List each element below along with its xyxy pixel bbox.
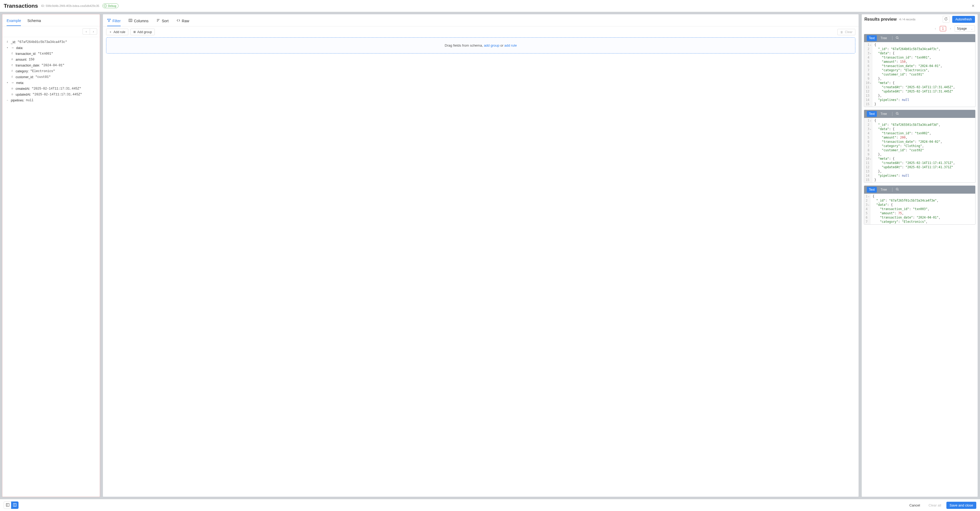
svg-line-7 xyxy=(898,38,899,39)
result-card: TextTree1234567{ "_id": "67af265f01c5b73… xyxy=(864,185,975,225)
divider xyxy=(892,112,892,116)
tab-filter[interactable]: Filter xyxy=(107,16,121,26)
line-gutter: 123456789101112131415 xyxy=(864,42,872,107)
tree-value: "Electronics" xyxy=(30,68,55,74)
trash-icon: 🗑 xyxy=(840,30,843,34)
save-button[interactable]: Save and close xyxy=(947,502,976,509)
page-current[interactable]: 1 xyxy=(940,26,947,31)
autorefresh-button[interactable]: Autorefresh xyxy=(952,16,975,23)
caret-down-icon[interactable]: ▾ xyxy=(6,80,9,86)
results-header: Results preview 4 / 4 records Autorefres… xyxy=(862,14,978,24)
layout-split-button[interactable] xyxy=(11,501,19,509)
add-rule-button[interactable]: ＋Add rule xyxy=(106,29,128,35)
tab-example[interactable]: Example xyxy=(6,16,21,26)
tree-key: data xyxy=(16,45,23,51)
view-tab-text[interactable]: Text xyxy=(867,111,877,117)
middle-tabs: Filter Columns Sort Raw xyxy=(103,16,859,27)
view-tab-text[interactable]: Text xyxy=(867,35,877,41)
tree-row[interactable]: t category "Electronics" xyxy=(6,68,97,74)
type-clock-icon: ◷ xyxy=(10,86,14,92)
plus-icon: ＋ xyxy=(109,30,112,34)
tree-value: "2025-02-14T11:17:31.445Z" xyxy=(33,92,82,97)
type-object-icon: ▭ xyxy=(11,80,14,86)
page-title: Transactions xyxy=(4,3,38,9)
filter-dropzone[interactable]: Drag fields from schema, add group or ad… xyxy=(106,37,855,54)
layout-split-icon xyxy=(13,503,17,508)
caret-down-icon[interactable]: ▾ xyxy=(6,45,9,51)
tree-value: "cust01" xyxy=(35,74,51,80)
dropzone-text: Drag fields from schema, xyxy=(445,43,484,48)
line-gutter: 1234567 xyxy=(864,194,870,224)
layout-single-button[interactable] xyxy=(4,501,11,509)
tree-row[interactable]: – pipelines null xyxy=(6,97,97,103)
add-group-button[interactable]: ⊞Add group xyxy=(130,29,155,35)
view-tab-tree[interactable]: Tree xyxy=(878,35,889,41)
type-number-icon: n xyxy=(10,57,14,62)
type-text-icon: t xyxy=(10,62,14,68)
tree-row[interactable]: ▾ ▭ meta xyxy=(6,80,97,86)
svg-point-10 xyxy=(896,188,898,190)
tree-key: createdAt xyxy=(16,86,30,92)
refresh-button[interactable] xyxy=(943,16,950,23)
code-content[interactable]: { "_id": "67af265501c5b73a34ca4f3d", "da… xyxy=(872,118,957,182)
search-icon[interactable] xyxy=(896,188,899,192)
example-prev-button[interactable]: ‹ xyxy=(83,28,90,35)
add-rule-link[interactable]: add rule xyxy=(504,43,517,48)
divider xyxy=(892,188,892,192)
svg-point-8 xyxy=(896,112,898,114)
results-title: Results preview xyxy=(864,17,897,22)
cancel-button[interactable]: Cancel xyxy=(906,502,923,509)
code-icon xyxy=(177,19,180,23)
clear-button[interactable]: 🗑Clear xyxy=(837,29,855,35)
tab-raw[interactable]: Raw xyxy=(177,16,189,26)
clear-all-button[interactable]: Clear all xyxy=(925,502,944,509)
tab-schema[interactable]: Schema xyxy=(27,16,41,26)
left-tabs: Example Schema xyxy=(2,16,100,26)
add-group-link[interactable]: add group xyxy=(484,43,500,48)
search-icon[interactable] xyxy=(896,36,899,40)
tree-row[interactable]: n amount 150 xyxy=(6,57,97,62)
code-content[interactable]: { "_id": "67af264b01c5b73a34ca4f3c", "da… xyxy=(872,42,957,107)
tree-row[interactable]: t customer_id "cust01" xyxy=(6,74,97,80)
tab-columns[interactable]: Columns xyxy=(129,16,148,26)
view-tab-text[interactable]: Text xyxy=(867,187,877,193)
tree-row[interactable]: t transaction_id "txn001" xyxy=(6,51,97,57)
tree-key: customer_id xyxy=(16,74,34,80)
type-text-icon: t xyxy=(10,68,14,74)
tree-key: meta xyxy=(16,80,24,86)
example-next-button[interactable]: › xyxy=(90,28,97,35)
result-card-head: TextTree xyxy=(864,186,975,194)
result-card: TextTree123456789101112131415{ "_id": "6… xyxy=(864,110,975,183)
search-icon[interactable] xyxy=(896,112,899,116)
tree-value: "2025-02-14T11:17:31.445Z" xyxy=(32,86,81,92)
middle-panel: Filter Columns Sort Raw xyxy=(103,14,859,497)
page-next-button[interactable]: › xyxy=(949,26,952,32)
divider xyxy=(892,36,892,40)
code-content[interactable]: { "_id": "67af265f01c5b73a34ca4f3e", "da… xyxy=(870,194,942,224)
svg-point-6 xyxy=(896,37,898,38)
tree-row[interactable]: ▾ ▭ data xyxy=(6,45,97,51)
page-size-select[interactable]: 5/page xyxy=(955,26,975,32)
result-card-head: TextTree xyxy=(864,34,975,42)
page-prev-button[interactable]: ‹ xyxy=(934,26,937,32)
type-null-icon: – xyxy=(6,97,9,103)
svg-line-9 xyxy=(898,114,899,115)
footer: Cancel Clear all Save and close xyxy=(0,499,980,511)
close-icon[interactable]: ✕ xyxy=(970,3,976,8)
tab-sort[interactable]: Sort xyxy=(156,16,169,26)
columns-icon xyxy=(129,19,132,23)
tree-row[interactable]: t transaction_date "2024-04-01" xyxy=(6,62,97,68)
entity-id: ID: 598c9d4b-2f49-4f2b-bdea-cea5db429c35 xyxy=(41,4,99,7)
tree-row[interactable]: ◷ updatedAt "2025-02-14T11:17:31.445Z" xyxy=(6,92,97,97)
tree-row[interactable]: ◷ createdAt "2025-02-14T11:17:31.445Z" xyxy=(6,86,97,92)
result-card: TextTree123456789101112131415{ "_id": "6… xyxy=(864,34,975,107)
filter-icon xyxy=(107,19,111,23)
results-list[interactable]: TextTree123456789101112131415{ "_id": "6… xyxy=(862,34,978,497)
type-clock-icon: ◷ xyxy=(10,92,14,97)
filter-toolbar: ＋Add rule ⊞Add group 🗑Clear xyxy=(103,27,859,37)
view-tab-tree[interactable]: Tree xyxy=(878,111,889,117)
view-tab-tree[interactable]: Tree xyxy=(878,187,889,193)
debug-toggle[interactable]: Debug xyxy=(102,3,119,8)
tree-key: transaction_id xyxy=(16,51,36,57)
tree-row[interactable]: t _id "67af264b01c5b73a34ca4f3c" xyxy=(6,39,97,45)
